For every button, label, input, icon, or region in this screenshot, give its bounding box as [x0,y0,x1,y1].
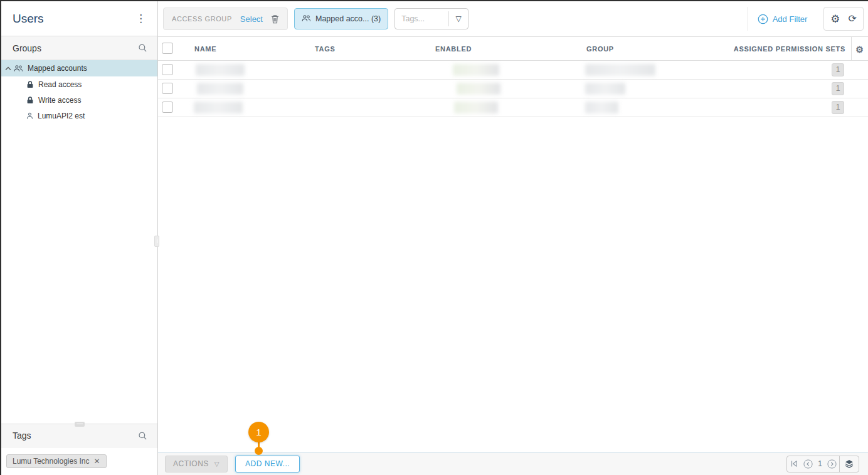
group-tree-label: Read access [38,80,82,89]
column-settings-cell: ⚙ [851,37,868,60]
permission-sets-count-badge[interactable]: 1 [832,82,844,95]
close-icon[interactable]: ✕ [94,457,100,466]
groups-panel-title: Groups [13,43,138,53]
chevron-down-icon: ▽ [214,461,220,467]
column-header-enabled[interactable]: ENABLED [435,45,472,53]
sidebar-header: Users ⋮ [1,1,157,36]
redacted-enabled-cell [453,64,499,76]
page-title: Users [13,12,132,26]
page-size-button[interactable] [840,456,859,472]
group-tree-label: Mapped accounts [28,64,87,73]
redacted-enabled-cell [454,102,498,113]
redacted-name-cell [197,83,243,95]
select-all-checkbox[interactable] [162,43,173,54]
add-filter-label: Add Filter [773,14,808,24]
sidebar: Users ⋮ Groups [1,1,158,475]
actions-button-label: ACTIONS [173,459,209,468]
redacted-group-cell [585,102,618,113]
panel-resize-handle[interactable] [75,422,85,427]
tag-chip[interactable]: Lumu Technologies Inc ✕ [6,454,107,468]
redacted-name-cell [196,64,245,76]
column-header-group[interactable]: GROUP [586,45,614,53]
group-tree-item-write-access[interactable]: Write access [1,92,157,108]
access-group-select-link[interactable]: Select [240,14,263,24]
row-checkbox[interactable] [162,83,173,94]
access-group-label: ACCESS GROUP [172,15,232,23]
chevron-right-circle-icon [827,459,837,469]
table-header: NAME TAGS ENABLED GROUP ASSIGNED PERMISS… [158,37,868,61]
groups-panel-header: Groups [1,36,157,60]
row-checkbox[interactable] [162,64,173,75]
first-page-button[interactable] [787,456,801,472]
tags-panel-title: Tags [13,431,138,441]
main-content: ACCESS GROUP Select Mapped acco... (3) [158,1,868,475]
access-group-filter: ACCESS GROUP Select [163,8,288,30]
column-header-permission-sets[interactable]: ASSIGNED PERMISSION SETS [734,45,845,53]
footer-bar: ACTIONS ▽ ADD NEW... [158,452,868,475]
column-header-tags[interactable]: TAGS [315,45,336,53]
table-tools: ⚙ ⟳ [823,7,864,31]
redacted-group-cell [585,64,655,76]
people-icon [302,14,311,24]
chevron-down-icon: ▽ [449,9,468,29]
previous-page-button[interactable] [801,456,815,472]
permission-sets-count-badge[interactable]: 1 [832,63,844,76]
group-tree-item-read-access[interactable]: Read access [1,76,157,92]
add-filter-button[interactable]: Add Filter [747,7,818,31]
first-page-icon [790,459,798,468]
add-new-button[interactable]: ADD NEW... [235,456,300,472]
group-tree-item-lumuapi2[interactable]: LumuAPI2 est [1,108,157,123]
users-page: Users ⋮ Groups [0,0,868,475]
search-icon[interactable] [138,43,147,53]
lock-icon [26,81,34,88]
sidebar-resize-handle[interactable] [154,236,159,247]
table-row[interactable]: 1 [158,61,868,80]
people-icon [14,65,23,72]
next-page-button[interactable] [825,456,839,472]
chevron-left-circle-icon [803,459,813,469]
filter-chip-label: Mapped acco... (3) [315,14,381,23]
refresh-icon[interactable]: ⟳ [849,14,857,24]
plus-circle-icon [758,14,768,24]
tags-panel-header: Tags [1,424,157,447]
layers-icon [844,459,854,468]
groups-tree: Mapped accounts Read access [1,60,157,123]
table-row[interactable]: 1 [158,98,868,117]
redacted-enabled-cell [457,83,500,95]
search-icon[interactable] [138,431,147,441]
tags-filter-dropdown[interactable]: Tags... ▽ [394,8,468,29]
trash-icon[interactable] [271,14,279,24]
redacted-group-cell [585,83,625,95]
table-row[interactable]: 1 [158,80,868,98]
group-tree-label: LumuAPI2 est [38,112,85,120]
mapped-accounts-filter-chip[interactable]: Mapped acco... (3) [294,8,388,29]
gear-icon[interactable]: ⚙ [855,45,864,54]
tags-panel-body: Lumu Technologies Inc ✕ [1,447,157,475]
gear-icon[interactable]: ⚙ [830,14,840,24]
column-header-name[interactable]: NAME [194,45,216,53]
filter-toolbar: ACCESS GROUP Select Mapped acco... (3) [158,1,868,37]
lock-icon [26,97,34,104]
tag-chip-label: Lumu Technologies Inc [13,457,90,466]
table-empty-area [158,117,868,452]
page-number: 1 [815,456,825,472]
tags-filter-placeholder: Tags... [395,9,448,29]
redacted-name-cell [194,102,243,113]
actions-button[interactable]: ACTIONS ▽ [165,456,228,472]
permission-sets-count-badge[interactable]: 1 [832,101,844,114]
group-tree-item-mapped-accounts[interactable]: Mapped accounts [1,60,157,76]
pagination: 1 [786,456,859,472]
chevron-up-icon[interactable] [5,66,11,71]
add-new-button-label: ADD NEW... [245,459,290,468]
kebab-menu-icon[interactable]: ⋮ [132,11,150,26]
sidebar-spacer [1,123,157,424]
group-tree-label: Write access [38,96,81,105]
person-icon [26,112,33,120]
row-checkbox[interactable] [162,102,173,113]
